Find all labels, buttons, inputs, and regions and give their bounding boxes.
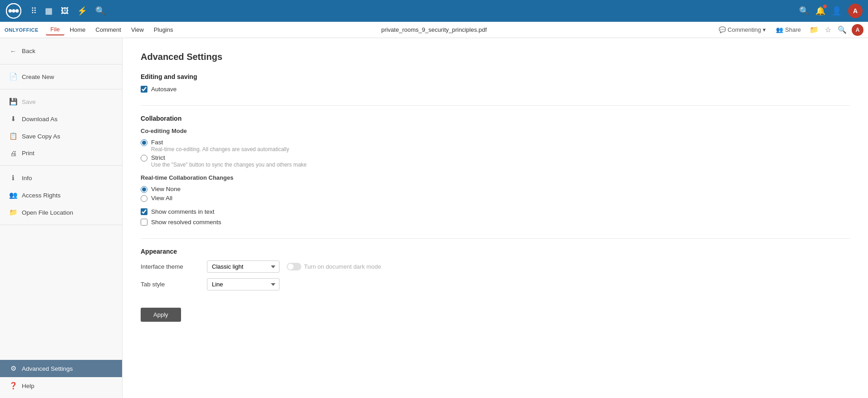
- sidebar-item-open-file-location[interactable]: 📁 Open File Location: [0, 204, 122, 221]
- view-all-radio[interactable]: [141, 195, 147, 202]
- folder-icon[interactable]: 📁: [808, 24, 820, 35]
- sidebar-item-advanced-settings-label: Advanced Settings: [22, 365, 73, 372]
- share-icon: 👥: [776, 26, 783, 33]
- autosave-label: Autosave: [151, 86, 177, 93]
- view-all-radio-row: View All: [141, 195, 850, 202]
- strict-radio[interactable]: [141, 155, 147, 162]
- show-comments-row: Show comments in text: [141, 208, 850, 215]
- fast-desc: Real-time co-editing. All changes are sa…: [151, 146, 289, 152]
- back-icon: ←: [9, 47, 17, 55]
- menu-bar: ONLYOFFICE File Home Comment View Plugin…: [0, 22, 868, 38]
- view-none-radio-row: View None: [141, 186, 850, 193]
- fast-radio[interactable]: [141, 139, 147, 146]
- tab-style-select[interactable]: Line Filled: [207, 278, 280, 290]
- toggle-knob: [288, 264, 294, 270]
- show-comments-checkbox[interactable]: [141, 208, 147, 215]
- sidebar-item-help[interactable]: ❓ Help: [0, 377, 122, 394]
- show-resolved-row: Show resolved comments: [141, 219, 850, 226]
- share-button[interactable]: 👥 Share: [772, 25, 804, 34]
- chevron-down-icon: ▾: [763, 26, 766, 33]
- star-icon[interactable]: ☆: [824, 24, 833, 35]
- sidebar-item-create-new[interactable]: 📄 Create New: [0, 68, 122, 85]
- sidebar-item-download-as[interactable]: ⬇ Download As: [0, 110, 122, 128]
- grid-icon[interactable]: ⠿: [31, 6, 37, 16]
- info-icon: ℹ: [9, 174, 17, 182]
- sidebar-item-info[interactable]: ℹ Info: [0, 169, 122, 187]
- interface-theme-select[interactable]: Classic light Dark System default: [207, 260, 280, 273]
- menu-plugins[interactable]: Plugins: [149, 25, 178, 35]
- collaboration-section: Collaboration Co-editing Mode Fast Real-…: [141, 115, 850, 226]
- sidebar-section-info: ℹ Info 👥 Access Rights 📁 Open File Locat…: [0, 166, 122, 225]
- commenting-button[interactable]: 💬 Commenting ▾: [716, 25, 769, 34]
- contacts-icon[interactable]: 👤: [832, 6, 842, 16]
- menu-file[interactable]: File: [46, 24, 64, 35]
- autosave-row: Autosave: [141, 86, 850, 93]
- editing-saving-title: Editing and saving: [141, 73, 850, 80]
- document-filename: private_rooms_9_security_principles.pdf: [381, 26, 487, 33]
- search-doc-icon[interactable]: 🔍: [836, 24, 848, 35]
- gear-icon: ⚙: [9, 364, 17, 373]
- search-nav-icon[interactable]: 🔍: [95, 6, 105, 16]
- appearance-title: Appearance: [141, 248, 850, 255]
- sidebar-item-info-label: Info: [22, 175, 32, 182]
- app-brand: ONLYOFFICE: [5, 27, 39, 33]
- print-icon: 🖨: [9, 149, 17, 157]
- sidebar: ← Back 📄 Create New 💾 Save ⬇ Download As…: [0, 38, 123, 398]
- content-area: Advanced Settings Editing and saving Aut…: [123, 38, 868, 398]
- divider-2: [141, 238, 850, 239]
- activity-icon[interactable]: ⚡: [77, 6, 87, 16]
- sidebar-item-print[interactable]: 🖨 Print: [0, 145, 122, 162]
- create-new-icon: 📄: [9, 73, 17, 81]
- search-icon[interactable]: 🔍: [799, 6, 809, 16]
- realtime-changes-group: View None View All: [141, 186, 850, 202]
- fast-label: Fast: [151, 139, 289, 146]
- help-icon: ❓: [9, 382, 17, 390]
- sidebar-item-advanced-settings[interactable]: ⚙ Advanced Settings: [0, 360, 122, 377]
- sidebar-item-back[interactable]: ← Back: [0, 43, 122, 59]
- strict-label: Strict: [151, 154, 307, 161]
- files-icon[interactable]: ▦: [45, 6, 53, 16]
- realtime-changes-subtitle: Real-time Collaboration Changes: [141, 174, 850, 181]
- editing-saving-section: Editing and saving Autosave: [141, 73, 850, 93]
- dark-mode-toggle-row: Turn on document dark mode: [287, 263, 381, 270]
- tab-style-row: Tab style Line Filled: [141, 278, 850, 290]
- sidebar-item-save-copy-label: Save Copy As: [22, 133, 60, 140]
- view-all-label: View All: [151, 195, 172, 201]
- menu-home[interactable]: Home: [65, 25, 90, 35]
- photos-icon[interactable]: 🖼: [61, 6, 69, 16]
- svg-point-2: [12, 9, 15, 13]
- top-navigation: ⠿ ▦ 🖼 ⚡ 🔍 🔍 🔔 👤 A: [0, 0, 868, 22]
- interface-theme-label: Interface theme: [141, 263, 200, 270]
- comment-icon: 💬: [719, 26, 726, 33]
- show-resolved-label: Show resolved comments: [151, 219, 221, 226]
- save-icon: 💾: [9, 98, 17, 106]
- dark-mode-label-text: Turn on document dark mode: [304, 263, 381, 270]
- sidebar-section-file-ops: 💾 Save ⬇ Download As 📋 Save Copy As 🖨 Pr…: [0, 89, 122, 166]
- sidebar-item-print-label: Print: [22, 150, 34, 157]
- sidebar-item-download-label: Download As: [22, 116, 58, 123]
- view-none-radio[interactable]: [141, 186, 147, 193]
- notifications-icon[interactable]: 🔔: [815, 6, 825, 16]
- sidebar-item-open-file-label: Open File Location: [22, 209, 73, 216]
- commenting-label: Commenting: [728, 26, 761, 33]
- menu-view[interactable]: View: [127, 25, 148, 35]
- autosave-checkbox[interactable]: [141, 86, 147, 93]
- sidebar-item-save: 💾 Save: [0, 93, 122, 110]
- interface-theme-row: Interface theme Classic light Dark Syste…: [141, 260, 850, 273]
- sidebar-item-create-new-label: Create New: [22, 74, 54, 80]
- show-resolved-checkbox[interactable]: [141, 219, 147, 226]
- sidebar-item-save-copy-as[interactable]: 📋 Save Copy As: [0, 128, 122, 145]
- copy-icon: 📋: [9, 132, 17, 140]
- apply-button[interactable]: Apply: [141, 308, 181, 322]
- main-layout: ← Back 📄 Create New 💾 Save ⬇ Download As…: [0, 38, 868, 398]
- folder-open-icon: 📁: [9, 208, 17, 216]
- fast-radio-row: Fast Real-time co-editing. All changes a…: [141, 139, 850, 152]
- menu-comment[interactable]: Comment: [91, 25, 126, 35]
- collaboration-title: Collaboration: [141, 115, 850, 122]
- doc-user-avatar[interactable]: A: [852, 24, 863, 36]
- nextcloud-logo[interactable]: [5, 3, 22, 19]
- user-avatar[interactable]: A: [848, 4, 863, 18]
- view-none-label: View None: [151, 186, 181, 192]
- sidebar-item-access-rights[interactable]: 👥 Access Rights: [0, 187, 122, 204]
- page-title: Advanced Settings: [141, 52, 850, 62]
